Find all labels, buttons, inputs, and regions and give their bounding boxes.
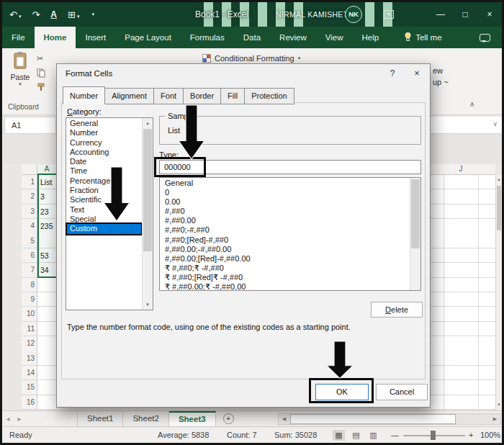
minimize-button[interactable]: — [428, 2, 453, 27]
scroll-up-icon[interactable]: ▲ [143, 118, 153, 128]
user-avatar[interactable]: NK [345, 6, 362, 23]
category-item-date[interactable]: Date [67, 157, 141, 166]
format-code-item[interactable]: #,##0.00;[Red]-#,##0.00 [161, 254, 409, 264]
tell-me-button[interactable]: Tell me [404, 27, 441, 48]
cancel-button[interactable]: Cancel [376, 384, 428, 400]
category-item-scientific[interactable]: Scientific [67, 195, 141, 204]
dialog-tab-fill[interactable]: Fill [221, 88, 245, 104]
column-header-a[interactable]: A [37, 164, 56, 175]
borders-button[interactable]: ⊞▾ [68, 9, 79, 20]
page-layout-view-icon[interactable]: ▤ [350, 430, 362, 441]
format-painter-button[interactable] [37, 83, 45, 93]
dialog-help-button[interactable]: ? [382, 65, 402, 82]
grid-right-strip[interactable] [431, 175, 495, 410]
horizontal-scroll-thumb[interactable] [290, 414, 456, 424]
format-code-item[interactable]: #,##0.00;-#,##0.00 [161, 245, 409, 254]
ribbon-tab-formulas[interactable]: Formulas [181, 27, 234, 48]
format-code-item[interactable]: General [161, 179, 409, 188]
format-code-item[interactable]: ₹ #,##0;[Red]₹ -#,##0 [161, 273, 409, 282]
row-number-9[interactable]: 9 [22, 292, 35, 307]
zoom-out-button[interactable]: — [391, 427, 399, 443]
ribbon-tab-help[interactable]: Help [353, 27, 389, 48]
row-number-13[interactable]: 13 [22, 351, 35, 366]
row-number-2[interactable]: 2 [22, 189, 35, 204]
category-item-custom[interactable]: Custom [67, 224, 141, 233]
category-item-currency[interactable]: Currency [67, 138, 141, 148]
ribbon-tab-file[interactable]: File [2, 27, 35, 48]
category-item-percentage[interactable]: Percentage [67, 176, 141, 186]
row-number-1[interactable]: 1 [22, 175, 35, 189]
normal-view-icon[interactable]: ▦ [333, 430, 345, 441]
format-code-scrollbar[interactable] [410, 178, 420, 290]
category-item-number[interactable]: Number [67, 128, 141, 138]
undo-button[interactable]: ↶▾ [9, 9, 21, 20]
delete-button[interactable]: Delete [371, 302, 423, 318]
zoom-slider-thumb[interactable] [431, 431, 436, 440]
format-code-scroll-thumb[interactable] [411, 179, 420, 248]
row-number-14[interactable]: 14 [22, 366, 35, 380]
category-item-special[interactable]: Special [67, 215, 141, 224]
row-number-5[interactable]: 5 [22, 234, 35, 248]
format-code-item[interactable]: ₹ #,##0.00;₹ -#,##0.00 [161, 282, 409, 291]
row-number-15[interactable]: 15 [22, 380, 35, 395]
category-item-text[interactable]: Text [67, 205, 141, 215]
ribbon-tab-page-layout[interactable]: Page Layout [115, 27, 181, 48]
sheet-tab-sheet3[interactable]: Sheet3 [169, 411, 216, 426]
format-code-item[interactable]: #,##0;[Red]-#,##0 [161, 235, 409, 245]
format-code-item[interactable]: 0 [161, 188, 409, 197]
customize-qat-button[interactable]: ▾ [91, 12, 94, 17]
close-button[interactable]: × [477, 2, 502, 27]
category-item-accounting[interactable]: Accounting [67, 148, 141, 157]
copy-button[interactable] [37, 68, 45, 79]
row-number-8[interactable]: 8 [22, 278, 35, 292]
name-box[interactable]: A1 [4, 117, 56, 134]
ribbon-tab-home[interactable]: Home [35, 27, 76, 48]
dialog-tab-protection[interactable]: Protection [245, 88, 294, 104]
paste-button[interactable]: Paste ▾ [6, 51, 34, 99]
format-code-item[interactable]: 0.00 [161, 197, 409, 207]
cut-button[interactable]: ✂ [37, 54, 43, 63]
row-number-4[interactable]: 4 [22, 219, 35, 233]
ribbon-tab-view[interactable]: View [316, 27, 353, 48]
category-scrollbar[interactable]: ▲ ▼ [142, 118, 153, 310]
row-number-12[interactable]: 12 [22, 336, 35, 351]
vertical-scrollbar[interactable]: ▲ ▼ [495, 175, 502, 410]
scroll-down-icon[interactable]: ▼ [143, 300, 153, 310]
ok-button[interactable]: OK [315, 384, 369, 400]
scroll-left-icon[interactable]: ◀ [279, 414, 289, 424]
redo-button[interactable]: ↷ [32, 9, 40, 20]
vertical-scroll-thumb[interactable] [497, 186, 501, 230]
format-code-item[interactable]: #,##0;-#,##0 [161, 225, 409, 235]
sheet-nav-left-icon[interactable]: ◂ [2, 411, 14, 426]
zoom-in-button[interactable]: + [469, 427, 473, 443]
scroll-up-icon[interactable]: ▲ [496, 175, 502, 184]
type-input[interactable]: 000000 [159, 160, 421, 174]
sheet-tab-sheet2[interactable]: Sheet2 [123, 411, 168, 426]
ribbon-display-options-icon[interactable]: ▾ [384, 10, 394, 19]
row-number-3[interactable]: 3 [22, 204, 35, 219]
dialog-tab-font[interactable]: Font [154, 88, 184, 104]
maximize-button[interactable]: □ [453, 2, 477, 27]
comments-icon[interactable] [480, 34, 490, 42]
horizontal-scrollbar[interactable]: ◀ ▶ [278, 413, 501, 425]
category-item-time[interactable]: Time [67, 166, 141, 176]
new-sheet-button[interactable]: + [223, 413, 234, 424]
format-code-item[interactable]: #,##0 [161, 207, 409, 216]
row-number-6[interactable]: 6 [22, 248, 35, 263]
dialog-tab-alignment[interactable]: Alignment [105, 88, 154, 104]
format-code-item[interactable]: #,##0.00 [161, 216, 409, 225]
conditional-formatting-button[interactable]: Conditional Formatting ▾ [202, 54, 300, 63]
sheet-nav-right-icon[interactable]: ▸ [14, 411, 25, 426]
ribbon-tab-review[interactable]: Review [270, 27, 316, 48]
scroll-down-icon[interactable]: ▼ [496, 400, 502, 410]
underline-button[interactable]: A [50, 9, 57, 19]
row-number-11[interactable]: 11 [22, 322, 35, 336]
row-number-16[interactable]: 16 [22, 395, 35, 410]
page-break-view-icon[interactable]: ▥ [367, 430, 379, 441]
category-item-fraction[interactable]: Fraction [67, 186, 141, 195]
category-scroll-thumb[interactable] [143, 129, 152, 251]
dialog-close-button[interactable]: × [407, 65, 427, 82]
dialog-tab-border[interactable]: Border [184, 88, 221, 104]
zoom-level[interactable]: 100% [480, 427, 500, 443]
row-number-7[interactable]: 7 [22, 263, 35, 277]
